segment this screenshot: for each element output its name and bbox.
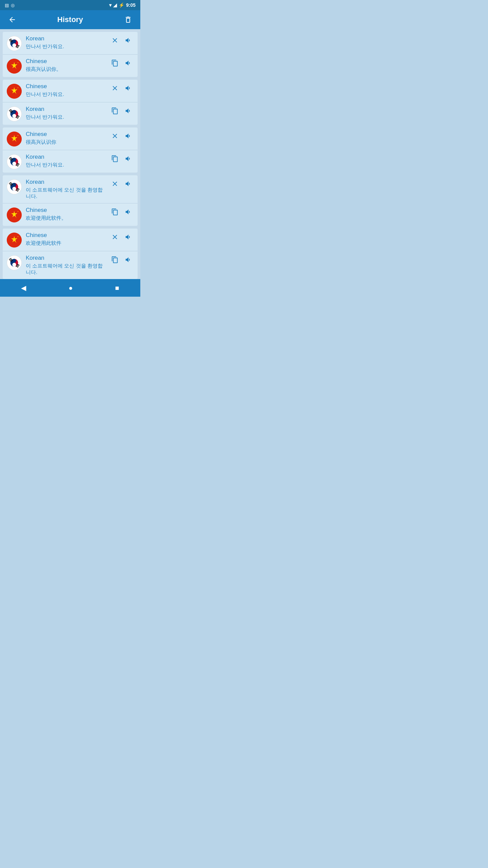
language-name: Chinese [26,58,107,65]
close-button[interactable] [110,179,120,189]
row-content: Chinese很高兴认识你。 [26,58,107,73]
korean-flag [7,106,22,121]
sound-button[interactable] [123,131,134,141]
translation-text: 欢迎使用此软件。 [26,215,107,221]
close-button[interactable] [110,35,120,45]
chinese-flag [7,59,22,74]
translation-text: 만나서 반가워요. [26,91,107,98]
row-actions [110,35,134,45]
row-actions [110,83,134,93]
translation-text: 很高兴认识你。 [26,66,107,73]
sound-button[interactable] [123,232,134,242]
row-content: Chinese欢迎使用此软件 [26,232,107,246]
copy-button[interactable] [110,255,120,265]
language-name: Korean [26,106,107,113]
sound-button[interactable] [123,83,134,93]
translation-card-5: Chinese欢迎使用此软件 Korean이 소프트웨어에 오신 것을 환영합니… [3,229,138,279]
korean-flag [7,36,22,51]
translation-row: Korean만나서 반가워요. [3,32,138,55]
time-label: 9:05 [126,2,136,8]
translation-row: Chinese很高兴认识你 [3,127,138,150]
translation-row: Chinese만나서 반가워요. [3,80,138,102]
row-actions [110,58,134,68]
copy-button[interactable] [110,106,120,116]
translation-row: Chinese欢迎使用此软件 [3,229,138,251]
language-name: Korean [26,179,107,185]
sound-button[interactable] [123,35,134,45]
chinese-flag [7,84,22,99]
language-name: Chinese [26,83,107,90]
row-actions [110,106,134,116]
sound-button[interactable] [123,154,134,164]
row-actions [110,179,134,189]
status-left-icons: ▤ ◎ [5,3,15,8]
close-button[interactable] [110,131,120,141]
translation-text: 만나서 반가워요. [26,162,107,168]
battery-icon: ⚡ [119,2,124,8]
translation-row: Korean만나서 반가워요. [3,150,138,173]
translation-card-3: Chinese很高兴认识你 Korean만나서 반가워요. [3,127,138,173]
korean-flag [7,154,22,169]
lens-icon: ◎ [11,3,15,8]
translation-text: 이 소프트웨어에 오신 것을 환영합니다. [26,263,107,276]
status-bar: ▤ ◎ ▾ ◢ ⚡ 9:05 [0,0,140,10]
translation-card-1: Korean만나서 반가워요. Chinese很高兴认识你。 [3,32,138,77]
language-name: Korean [26,35,107,42]
language-name: Korean [26,255,107,261]
row-content: Chinese很高兴认识你 [26,131,107,145]
language-name: Chinese [26,232,107,239]
translation-text: 만나서 반가워요. [26,114,107,120]
sound-button[interactable] [123,58,134,68]
wifi-icon: ▾ [109,2,111,8]
language-name: Korean [26,154,107,160]
chinese-flag [7,208,22,222]
language-name: Chinese [26,131,107,138]
row-content: Chinese欢迎使用此软件。 [26,207,107,221]
status-right-icons: ▾ ◢ ⚡ 9:05 [109,2,136,8]
translation-row: Chinese欢迎使用此软件。 [3,203,138,226]
translation-text: 欢迎使用此软件 [26,240,107,246]
nav-home-button[interactable]: ● [58,281,83,295]
translation-row: Chinese很高兴认识你。 [3,55,138,77]
row-actions [110,207,134,217]
app-bar: History [0,10,140,29]
row-content: Chinese만나서 반가워요. [26,83,107,98]
row-actions [110,131,134,141]
close-button[interactable] [110,232,120,242]
close-button[interactable] [110,83,120,93]
nav-recent-button[interactable]: ■ [105,281,129,295]
translation-text: 很高兴认识你 [26,139,107,145]
row-content: Korean만나서 반가워요. [26,106,107,120]
copy-button[interactable] [110,154,120,164]
translation-card-2: Chinese만나서 반가워요. Korean만나서 반가워요. [3,80,138,125]
row-content: Korean만나서 반가워요. [26,35,107,50]
row-content: Korean이 소프트웨어에 오신 것을 환영합니다. [26,179,107,200]
delete-all-button[interactable] [121,13,135,26]
copy-button[interactable] [110,58,120,68]
translation-row: Korean만나서 반가워요. [3,102,138,125]
sound-button[interactable] [123,179,134,189]
bottom-nav: ◀ ● ■ [0,279,140,297]
korean-flag [7,179,22,194]
history-list: Korean만나서 반가워요. Chinese很高兴认识你。 Chinese만나… [0,29,140,279]
translation-text: 이 소프트웨어에 오신 것을 환영합니다. [26,187,107,200]
korean-flag [7,255,22,270]
row-actions [110,154,134,164]
translation-text: 만나서 반가워요. [26,43,107,50]
signal-icon: ◢ [113,2,117,8]
chinese-flag [7,233,22,248]
language-name: Chinese [26,207,107,214]
sound-button[interactable] [123,255,134,265]
sound-button[interactable] [123,106,134,116]
copy-button[interactable] [110,207,120,217]
chinese-flag [7,132,22,146]
translation-row: Korean이 소프트웨어에 오신 것을 환영합니다. [3,175,138,203]
row-actions [110,232,134,242]
sound-button[interactable] [123,207,134,217]
back-button[interactable] [5,13,19,26]
nav-back-button[interactable]: ◀ [11,280,36,295]
row-content: Korean이 소프트웨어에 오신 것을 환영합니다. [26,255,107,276]
row-actions [110,255,134,265]
sd-card-icon: ▤ [5,3,9,8]
translation-row: Korean이 소프트웨어에 오신 것을 환영합니다. [3,251,138,279]
